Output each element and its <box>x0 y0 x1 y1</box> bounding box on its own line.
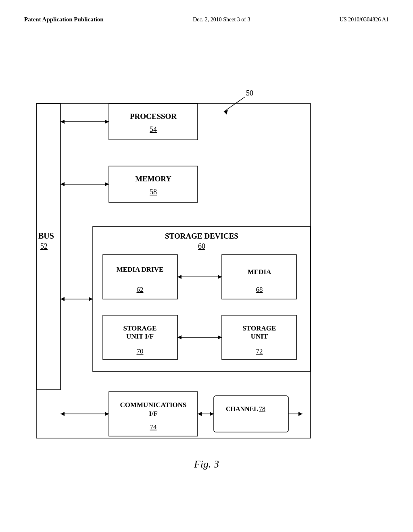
svg-rect-2 <box>36 104 60 390</box>
comms-if-label-2: I/F <box>149 410 158 418</box>
storage-unit-if-ref: 70 <box>137 347 144 355</box>
processor-ref: 54 <box>150 125 157 133</box>
media-ref: 68 <box>256 286 263 293</box>
storage-unit-if-label-1: STORAGE <box>123 324 157 332</box>
media-drive-ref: 62 <box>137 286 144 293</box>
memory-label: MEMORY <box>135 175 171 183</box>
storage-unit-if-label-2: UNIT I/F <box>126 332 154 340</box>
bus-label: BUS <box>38 231 54 240</box>
storage-unit-ref: 72 <box>256 347 263 355</box>
svg-marker-5 <box>105 120 109 124</box>
figure-caption: Fig. 3 <box>194 458 219 470</box>
svg-rect-7 <box>109 166 198 202</box>
header-publication-type: Patent Application Publication <box>24 16 104 23</box>
svg-marker-31 <box>198 412 202 416</box>
media-drive-label: MEDIA DRIVE <box>117 266 164 273</box>
svg-marker-18 <box>177 275 181 279</box>
svg-marker-10 <box>60 182 65 186</box>
svg-marker-9 <box>105 182 109 186</box>
svg-line-0 <box>224 97 245 112</box>
svg-marker-14 <box>60 297 65 301</box>
svg-marker-24 <box>218 335 222 339</box>
svg-marker-32 <box>210 412 214 416</box>
ref-50-label: 50 <box>246 89 253 97</box>
storage-devices-ref: 60 <box>198 242 205 250</box>
svg-marker-34 <box>298 412 302 416</box>
comms-if-ref: 74 <box>150 423 157 431</box>
diagram-area: 50 BUS 52 PROCESSOR 54 MEMORY 58 STORAGE… <box>0 31 413 495</box>
media-label: MEDIA <box>248 268 271 276</box>
channel-ref: 78 <box>259 405 265 412</box>
svg-marker-13 <box>89 297 93 301</box>
comms-if-label-1: COMMUNICATIONS <box>120 401 187 409</box>
bus-ref: 52 <box>40 242 48 250</box>
processor-label: PROCESSOR <box>130 112 177 121</box>
memory-ref: 58 <box>150 188 157 196</box>
header-date-sheet: Dec. 2, 2010 Sheet 3 of 3 <box>193 17 250 23</box>
storage-unit-label-2: UNIT <box>251 332 268 340</box>
storage-devices-label: STORAGE DEVICES <box>165 232 238 240</box>
svg-marker-28 <box>60 412 65 416</box>
svg-rect-3 <box>109 104 198 140</box>
channel-label: CHANNEL <box>226 405 258 412</box>
svg-marker-19 <box>218 275 222 279</box>
storage-unit-label-1: STORAGE <box>243 324 276 332</box>
svg-marker-27 <box>105 412 109 416</box>
svg-rect-29 <box>214 396 288 432</box>
page-header: Patent Application Publication Dec. 2, 2… <box>0 0 413 23</box>
header-patent-number: US 2010/0304826 A1 <box>340 17 389 23</box>
svg-marker-23 <box>177 335 181 339</box>
svg-marker-6 <box>60 120 65 124</box>
